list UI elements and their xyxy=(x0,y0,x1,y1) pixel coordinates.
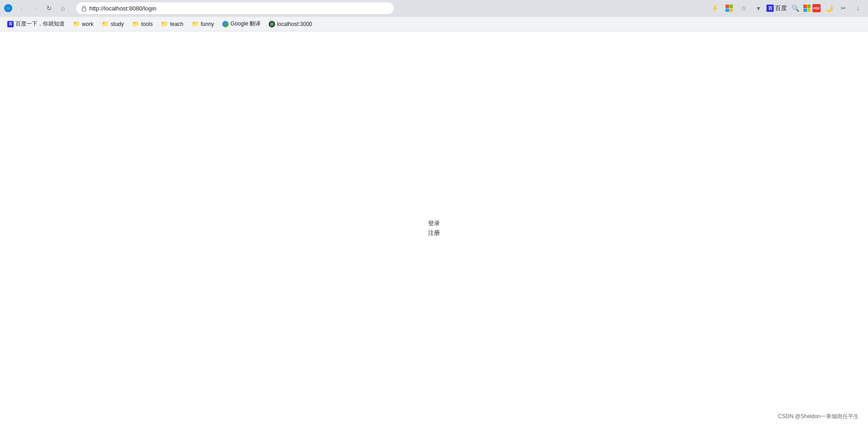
bookmark-label: study xyxy=(111,21,124,27)
baidu-label: 百度 xyxy=(775,4,787,12)
folder-icon: 📁 xyxy=(73,20,80,27)
home-button[interactable] xyxy=(56,2,69,15)
browser-logo xyxy=(4,4,13,13)
folder-icon: 📁 xyxy=(102,20,109,27)
bookmark-localhost3000[interactable]: localhost:3000 xyxy=(265,20,316,29)
back-icon xyxy=(21,5,23,12)
chevron-down-icon: ▾ xyxy=(757,5,760,12)
download-icon: ↓ xyxy=(857,5,860,12)
login-link[interactable]: 登录 xyxy=(428,219,440,228)
bookmark-label: teach xyxy=(170,21,183,27)
moon-button[interactable]: 🌙 xyxy=(822,2,835,15)
pdf-icon: PDF xyxy=(812,4,821,12)
baidu-favicon: 百 xyxy=(7,21,14,27)
bookmark-baidu[interactable]: 百 百度一下，你就知道 xyxy=(4,19,68,29)
nav-buttons xyxy=(15,2,69,15)
scissors-icon: ✂ xyxy=(841,5,846,12)
ms-grid-icon xyxy=(725,5,733,12)
lightning-icon: ⚡ xyxy=(711,5,719,12)
bookmarks-bar: 百 百度一下，你就知道 📁 work 📁 study 📁 tools 📁 tea… xyxy=(0,16,868,31)
folder-icon: 📁 xyxy=(192,20,199,27)
baidu-icon: 百 xyxy=(766,5,774,12)
bookmark-funny[interactable]: 📁 funny xyxy=(188,19,218,29)
star-icon: ☆ xyxy=(741,5,747,12)
footer-text: CSDN @Sheldon一寒烟雨任平生 xyxy=(778,413,859,420)
bookmark-google-translate[interactable]: Google 翻译 xyxy=(219,19,264,29)
forward-button[interactable] xyxy=(29,2,42,15)
address-bar[interactable]: http://localhost:8080/login xyxy=(76,2,394,15)
bookmark-label: funny xyxy=(201,21,214,27)
lightning-button[interactable]: ⚡ xyxy=(708,2,721,15)
star-button[interactable]: ☆ xyxy=(737,2,750,15)
bookmark-label: work xyxy=(82,21,93,27)
folder-icon: 📁 xyxy=(132,20,139,27)
star-chevron-button[interactable]: ▾ xyxy=(752,2,765,15)
page-content: 登录 注册 xyxy=(0,31,868,425)
ms-grid-button[interactable] xyxy=(723,2,735,15)
bookmark-label: tools xyxy=(141,21,153,27)
browser-chrome: http://localhost:8080/login ⚡ ☆ ▾ 百 百度 xyxy=(0,0,868,31)
baidu-widget[interactable]: 百 百度 xyxy=(766,4,787,12)
localhost-icon-inner xyxy=(270,22,274,26)
title-bar: http://localhost:8080/login ⚡ ☆ ▾ 百 百度 xyxy=(0,0,868,16)
search-icon: 🔍 xyxy=(791,5,799,12)
bookmark-label: 百度一下，你就知道 xyxy=(15,20,65,28)
bookmark-work[interactable]: 📁 work xyxy=(69,19,97,29)
forward-icon xyxy=(35,5,37,12)
refresh-button[interactable] xyxy=(43,2,56,15)
ms-apps-icon[interactable] xyxy=(803,5,811,12)
svg-rect-1 xyxy=(82,8,86,11)
login-area: 登录 注册 xyxy=(428,219,440,238)
bookmark-label: localhost:3000 xyxy=(277,21,312,27)
bookmark-label: Google 翻译 xyxy=(230,20,260,28)
bookmark-teach[interactable]: 📁 teach xyxy=(157,19,187,29)
refresh-icon xyxy=(46,5,52,12)
bookmark-tools[interactable]: 📁 tools xyxy=(128,19,156,29)
back-button[interactable] xyxy=(15,2,28,15)
url-text: http://localhost:8080/login xyxy=(89,5,156,12)
moon-icon: 🌙 xyxy=(825,5,833,12)
bookmark-study[interactable]: 📁 study xyxy=(98,19,128,29)
footer: CSDN @Sheldon一寒烟雨任平生 xyxy=(778,413,859,420)
download-button[interactable]: ↓ xyxy=(852,2,864,15)
title-bar-right: ⚡ ☆ ▾ 百 百度 🔍 xyxy=(708,2,864,15)
search-button[interactable]: 🔍 xyxy=(789,2,802,15)
folder-icon: 📁 xyxy=(161,20,168,27)
lock-icon xyxy=(82,5,87,11)
scissors-button[interactable]: ✂ xyxy=(837,2,850,15)
address-bar-container: http://localhost:8080/login xyxy=(76,2,394,15)
localhost-icon xyxy=(269,21,275,27)
home-icon xyxy=(61,5,65,12)
translate-icon xyxy=(222,21,229,27)
register-link[interactable]: 注册 xyxy=(428,228,440,238)
